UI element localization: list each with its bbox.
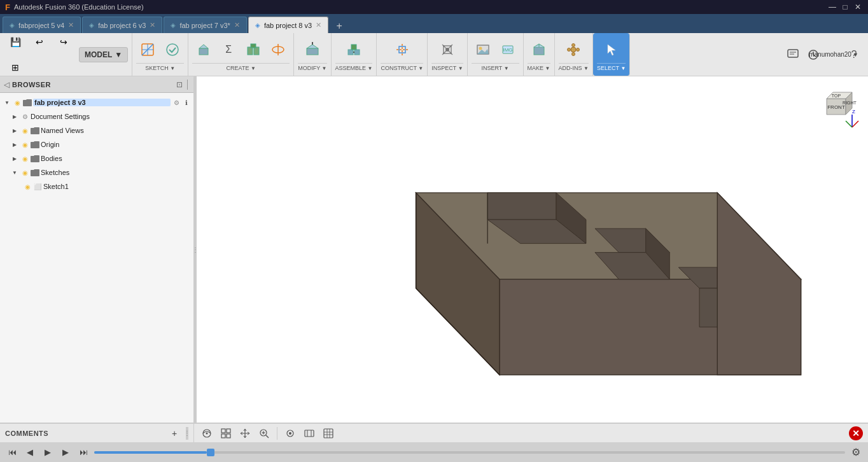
tree-item-origin[interactable]: ▶ ◉ Origin bbox=[0, 137, 193, 151]
tab-1-close[interactable]: ✕ bbox=[68, 21, 74, 29]
zoom-button[interactable] bbox=[256, 426, 272, 441]
root-visibility-icon[interactable]: ◉ bbox=[13, 98, 22, 107]
comments-icon-button[interactable] bbox=[784, 46, 802, 64]
view-cube[interactable]: FRONT TOP RIGHT Z bbox=[811, 83, 862, 134]
create-group-label: CREATE ▼ bbox=[192, 63, 290, 71]
bodies-arrow[interactable]: ▶ bbox=[10, 154, 19, 163]
restore-button[interactable]: □ bbox=[840, 2, 850, 12]
svg-rect-18 bbox=[351, 45, 356, 50]
undo-button[interactable]: ↩ bbox=[28, 30, 51, 54]
timeline-play-button[interactable]: ▶ bbox=[41, 445, 55, 459]
root-settings-icon[interactable]: ⚙ bbox=[172, 98, 181, 107]
tab-4[interactable]: ◈ fab project 8 v3 ✕ bbox=[248, 17, 328, 33]
tab-2[interactable]: ◈ fab project 6 v3 ✕ bbox=[82, 17, 162, 33]
tree-item-sketches[interactable]: ▼ ◉ Sketches bbox=[0, 165, 193, 179]
tree-item-named-views[interactable]: ▶ ◉ Named Views bbox=[0, 123, 193, 137]
comments-panel: COMMENTS + ⋮ bbox=[0, 423, 194, 442]
timeline-last-button[interactable]: ⏭ bbox=[76, 445, 90, 459]
fit-button[interactable] bbox=[218, 426, 234, 441]
svg-point-36 bbox=[572, 53, 575, 56]
minimize-button[interactable]: — bbox=[827, 2, 837, 12]
svg-rect-9 bbox=[251, 44, 256, 48]
sketch1-icon: ⬜ bbox=[33, 182, 42, 191]
root-arrow[interactable]: ▼ bbox=[3, 98, 11, 107]
construct-button[interactable] bbox=[391, 38, 414, 62]
tab-2-label: fab project 6 v3 bbox=[98, 22, 146, 29]
root-info-icon[interactable]: ℹ bbox=[182, 98, 191, 107]
add-comment-button[interactable]: + bbox=[167, 426, 182, 441]
svg-rect-16 bbox=[354, 50, 360, 55]
tab-3-icon: ◈ bbox=[171, 22, 176, 29]
help-button[interactable]: ? bbox=[845, 46, 863, 64]
bodies-visibility-icon[interactable]: ◉ bbox=[20, 154, 29, 163]
sketch-create-button[interactable] bbox=[136, 38, 159, 62]
addins-button[interactable] bbox=[562, 38, 585, 62]
grid-settings-button[interactable] bbox=[321, 426, 336, 441]
svg-rect-39 bbox=[788, 50, 798, 57]
svg-marker-13 bbox=[307, 45, 318, 48]
timeline-first-button[interactable]: ⏮ bbox=[5, 445, 19, 459]
viewport[interactable]: FRONT TOP RIGHT Z bbox=[197, 76, 868, 423]
tab-2-icon: ◈ bbox=[89, 22, 94, 29]
select-button[interactable] bbox=[600, 38, 623, 62]
svg-rect-7 bbox=[248, 47, 253, 55]
save-button[interactable]: 💾 bbox=[4, 30, 27, 54]
svg-point-28 bbox=[479, 47, 482, 50]
timeline-track[interactable] bbox=[94, 451, 845, 454]
svg-rect-84 bbox=[324, 429, 333, 438]
display-settings-button[interactable] bbox=[302, 426, 317, 441]
tree-item-root[interactable]: ▼ ◉ fab project 8 v3 ⚙ ℹ bbox=[0, 95, 193, 109]
browser-back-button[interactable]: ◁ bbox=[4, 80, 10, 89]
model-mode-button[interactable]: MODEL ▼ bbox=[79, 47, 128, 62]
error-close-button[interactable]: ✕ bbox=[849, 426, 863, 440]
assemble-button[interactable] bbox=[342, 38, 365, 62]
sketches-folder-icon bbox=[31, 168, 39, 177]
sketches-arrow[interactable]: ▼ bbox=[10, 168, 19, 177]
create-extrude-button[interactable] bbox=[192, 38, 215, 62]
named-views-arrow[interactable]: ▶ bbox=[10, 126, 19, 135]
tab-4-close[interactable]: ✕ bbox=[316, 21, 321, 29]
modify-button[interactable] bbox=[301, 38, 324, 62]
model-mode-label: MODEL bbox=[85, 50, 112, 59]
sketch1-visibility-icon[interactable]: ◉ bbox=[23, 182, 32, 191]
insert-decal-button[interactable]: IMG bbox=[496, 38, 519, 62]
timeline-prev-button[interactable]: ◀ bbox=[23, 445, 37, 459]
close-button[interactable]: ✕ bbox=[853, 2, 863, 12]
insert-canvas-button[interactable] bbox=[472, 38, 494, 62]
create-component-button[interactable] bbox=[242, 38, 265, 62]
redo-button[interactable]: ↪ bbox=[52, 30, 75, 54]
tab-2-close[interactable]: ✕ bbox=[150, 21, 155, 29]
view-cube-svg: FRONT TOP RIGHT Z bbox=[811, 83, 862, 134]
tab-3[interactable]: ◈ fab project 7 v3* ✕ bbox=[164, 17, 247, 33]
make-button[interactable] bbox=[528, 38, 550, 62]
user-profile-button[interactable]: manumohan20 ▼ bbox=[825, 46, 843, 64]
tree-item-bodies[interactable]: ▶ ◉ Bodies bbox=[0, 151, 193, 165]
doc-settings-arrow[interactable]: ▶ bbox=[10, 112, 19, 121]
create-revolve-button[interactable] bbox=[267, 38, 290, 62]
inspect-button[interactable] bbox=[436, 38, 459, 62]
view-options-button[interactable] bbox=[283, 426, 298, 441]
sketches-visibility-icon[interactable]: ◉ bbox=[20, 168, 29, 177]
pan-button[interactable] bbox=[237, 426, 253, 441]
create-sigma-button[interactable]: Σ bbox=[217, 38, 240, 62]
sketch-finish-button[interactable] bbox=[161, 38, 184, 62]
tab-3-close[interactable]: ✕ bbox=[234, 21, 240, 29]
named-views-visibility-icon[interactable]: ◉ bbox=[20, 126, 29, 135]
doc-settings-label: Document Settings bbox=[31, 113, 191, 120]
timeline-marker-sketch[interactable] bbox=[207, 449, 214, 456]
svg-line-76 bbox=[266, 435, 269, 438]
origin-visibility-icon[interactable]: ◉ bbox=[20, 140, 29, 149]
svg-line-60 bbox=[852, 121, 858, 127]
tree-item-doc-settings[interactable]: ▶ ⚙ Document Settings bbox=[0, 109, 193, 123]
timeline-next-button[interactable]: ▶ bbox=[59, 445, 73, 459]
new-tab-button[interactable]: + bbox=[332, 19, 346, 33]
browser-panel: ◁ BROWSER ⊡ ▼ ◉ fab project 8 v3 ⚙ ℹ ▶ ⚙ bbox=[0, 76, 194, 423]
browser-search-button[interactable]: ⊡ bbox=[176, 80, 183, 89]
orbit-button[interactable] bbox=[199, 426, 214, 441]
svg-point-25 bbox=[445, 48, 449, 52]
settings-gear-button[interactable]: ⚙ bbox=[849, 445, 863, 459]
apps-button[interactable]: ⊞ bbox=[4, 55, 27, 80]
tree-item-sketch1[interactable]: ◉ ⬜ Sketch1 bbox=[0, 179, 193, 193]
origin-arrow[interactable]: ▶ bbox=[10, 140, 19, 149]
toolbar-right: manumohan20 ▼ ? bbox=[779, 33, 868, 76]
